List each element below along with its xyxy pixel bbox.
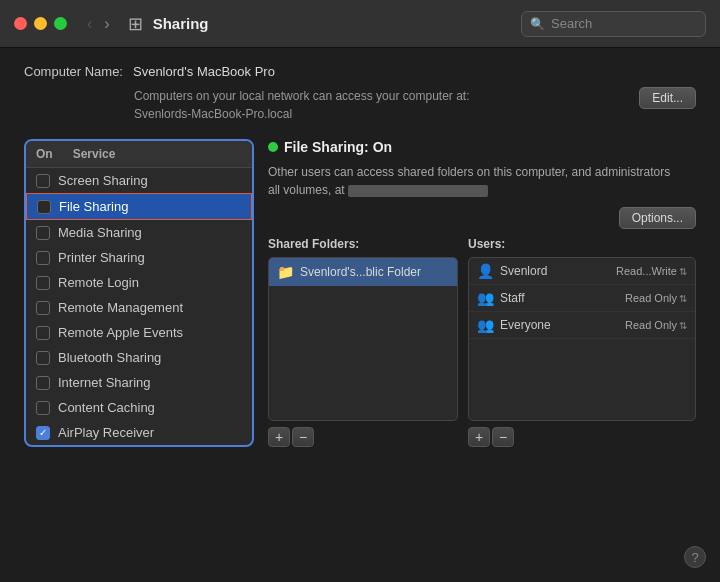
folder-controls: + − xyxy=(268,427,458,447)
computer-name-label: Computer Name: xyxy=(24,64,123,79)
folders-users: Shared Folders: 📁 Svenlord's...blic Fold… xyxy=(268,237,696,447)
user-name-1: Staff xyxy=(500,291,625,305)
window-title: Sharing xyxy=(153,15,209,32)
service-label-airplay-receiver: AirPlay Receiver xyxy=(58,425,154,440)
back-arrow[interactable]: ‹ xyxy=(83,13,96,35)
checkbox-file-sharing[interactable] xyxy=(37,200,51,214)
checkbox-media-sharing[interactable] xyxy=(36,226,50,240)
traffic-lights xyxy=(14,17,67,30)
shared-folders-label: Shared Folders: xyxy=(268,237,458,251)
user-perm-0: Read...Write ⇅ xyxy=(616,265,687,277)
user-name-0: Svenlord xyxy=(500,264,616,278)
folder-name: Svenlord's...blic Folder xyxy=(300,265,421,279)
search-input[interactable] xyxy=(551,16,697,31)
description-text: Other users can access shared folders on… xyxy=(268,163,696,199)
services-panel: On Service Screen SharingFile SharingMed… xyxy=(24,139,696,447)
maximize-button[interactable] xyxy=(54,17,67,30)
user-perm-1: Read Only ⇅ xyxy=(625,292,687,304)
service-label-screen-sharing: Screen Sharing xyxy=(58,173,148,188)
checkbox-airplay-receiver[interactable]: ✓ xyxy=(36,426,50,440)
close-button[interactable] xyxy=(14,17,27,30)
checkbox-screen-sharing[interactable] xyxy=(36,174,50,188)
edit-button[interactable]: Edit... xyxy=(639,87,696,109)
status-row: File Sharing: On xyxy=(268,139,696,155)
service-label-content-caching: Content Caching xyxy=(58,400,155,415)
perm-arrows-1: ⇅ xyxy=(679,293,687,304)
user-item-1[interactable]: 👥StaffRead Only ⇅ xyxy=(469,285,695,312)
search-box[interactable]: 🔍 xyxy=(521,11,706,37)
remove-user-button[interactable]: − xyxy=(492,427,514,447)
service-item-file-sharing[interactable]: File Sharing xyxy=(26,193,252,220)
service-label-media-sharing: Media Sharing xyxy=(58,225,142,240)
forward-arrow[interactable]: › xyxy=(100,13,113,35)
checkbox-remote-apple-events[interactable] xyxy=(36,326,50,340)
main-content: Computer Name: Svenlord's MacBook Pro Co… xyxy=(0,48,720,463)
services-items: Screen SharingFile SharingMedia SharingP… xyxy=(26,168,252,445)
services-header: On Service xyxy=(26,141,252,168)
service-item-internet-sharing[interactable]: Internet Sharing xyxy=(26,370,252,395)
folder-item[interactable]: 📁 Svenlord's...blic Folder xyxy=(269,258,457,286)
network-info: Computers on your local network can acce… xyxy=(24,87,696,123)
add-user-button[interactable]: + xyxy=(468,427,490,447)
checkbox-content-caching[interactable] xyxy=(36,401,50,415)
add-folder-button[interactable]: + xyxy=(268,427,290,447)
navigation-arrows: ‹ › xyxy=(83,13,114,35)
users-pane: Users: 👤SvenlordRead...Write ⇅👥StaffRead… xyxy=(468,237,696,447)
user-item-0[interactable]: 👤SvenlordRead...Write ⇅ xyxy=(469,258,695,285)
computer-name-row: Computer Name: Svenlord's MacBook Pro xyxy=(24,64,696,79)
title-bar: ‹ › ⊞ Sharing 🔍 xyxy=(0,0,720,48)
service-item-media-sharing[interactable]: Media Sharing xyxy=(26,220,252,245)
folder-icon: 📁 xyxy=(277,264,294,280)
checkbox-internet-sharing[interactable] xyxy=(36,376,50,390)
grid-icon: ⊞ xyxy=(128,13,143,35)
network-text: Computers on your local network can acce… xyxy=(134,87,469,123)
service-label-bluetooth-sharing: Bluetooth Sharing xyxy=(58,350,161,365)
user-perm-2: Read Only ⇅ xyxy=(625,319,687,331)
service-label-remote-management: Remote Management xyxy=(58,300,183,315)
user-icon-1: 👥 xyxy=(477,290,494,306)
options-button[interactable]: Options... xyxy=(619,207,696,229)
users-list: 👤SvenlordRead...Write ⇅👥StaffRead Only ⇅… xyxy=(468,257,696,421)
user-icon-2: 👥 xyxy=(477,317,494,333)
user-controls: + − xyxy=(468,427,696,447)
checkbox-remote-management[interactable] xyxy=(36,301,50,315)
service-item-remote-apple-events[interactable]: Remote Apple Events xyxy=(26,320,252,345)
help-button[interactable]: ? xyxy=(684,546,706,568)
service-item-bluetooth-sharing[interactable]: Bluetooth Sharing xyxy=(26,345,252,370)
folder-pane: Shared Folders: 📁 Svenlord's...blic Fold… xyxy=(268,237,458,447)
service-item-remote-management[interactable]: Remote Management xyxy=(26,295,252,320)
service-label-file-sharing: File Sharing xyxy=(59,199,128,214)
status-dot xyxy=(268,142,278,152)
service-label-printer-sharing: Printer Sharing xyxy=(58,250,145,265)
computer-name-value: Svenlord's MacBook Pro xyxy=(133,64,275,79)
col-service-header: Service xyxy=(73,147,116,161)
user-name-2: Everyone xyxy=(500,318,625,332)
checkbox-printer-sharing[interactable] xyxy=(36,251,50,265)
search-icon: 🔍 xyxy=(530,17,545,31)
service-label-remote-apple-events: Remote Apple Events xyxy=(58,325,183,340)
user-icon-0: 👤 xyxy=(477,263,494,279)
service-label-remote-login: Remote Login xyxy=(58,275,139,290)
perm-arrows-0: ⇅ xyxy=(679,266,687,277)
service-item-printer-sharing[interactable]: Printer Sharing xyxy=(26,245,252,270)
right-panel: File Sharing: On Other users can access … xyxy=(268,139,696,447)
user-item-2[interactable]: 👥EveryoneRead Only ⇅ xyxy=(469,312,695,339)
folders-list: 📁 Svenlord's...blic Folder xyxy=(268,257,458,421)
services-list: On Service Screen SharingFile SharingMed… xyxy=(24,139,254,447)
service-item-airplay-receiver[interactable]: ✓AirPlay Receiver xyxy=(26,420,252,445)
status-label: File Sharing: On xyxy=(284,139,392,155)
service-item-content-caching[interactable]: Content Caching xyxy=(26,395,252,420)
users-label: Users: xyxy=(468,237,696,251)
remove-folder-button[interactable]: − xyxy=(292,427,314,447)
minimize-button[interactable] xyxy=(34,17,47,30)
redacted-ip xyxy=(348,185,488,197)
service-item-screen-sharing[interactable]: Screen Sharing xyxy=(26,168,252,193)
service-label-internet-sharing: Internet Sharing xyxy=(58,375,151,390)
checkbox-bluetooth-sharing[interactable] xyxy=(36,351,50,365)
service-item-remote-login[interactable]: Remote Login xyxy=(26,270,252,295)
perm-arrows-2: ⇅ xyxy=(679,320,687,331)
col-on-header: On xyxy=(36,147,53,161)
checkbox-remote-login[interactable] xyxy=(36,276,50,290)
